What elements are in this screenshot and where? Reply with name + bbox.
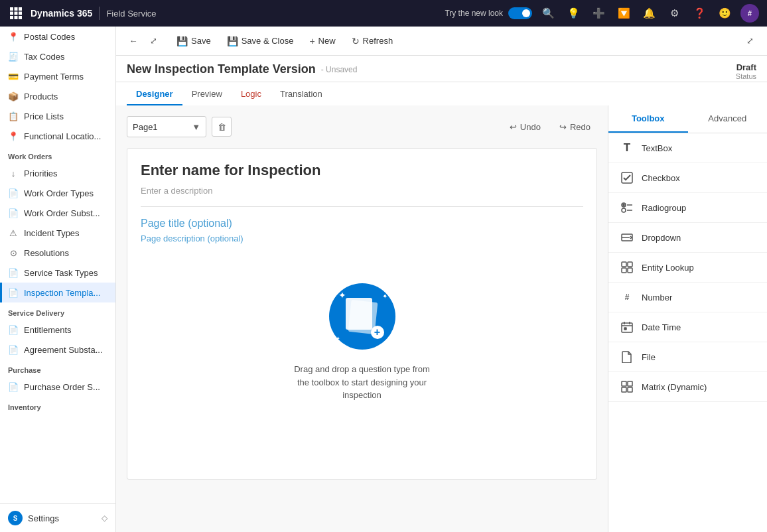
entitlements-icon: 📄: [8, 324, 19, 335]
help-icon[interactable]: ❓: [690, 4, 709, 23]
sidebar-footer: S Settings ◇: [0, 503, 115, 532]
sidebar-item-functional-location[interactable]: 📍 Functional Locatio...: [0, 126, 115, 146]
postal-codes-icon: 📍: [8, 31, 19, 42]
page-selector-arrow: ▼: [192, 122, 200, 132]
save-close-button[interactable]: 💾 Save & Close: [220, 32, 301, 50]
svg-rect-25: [624, 328, 626, 330]
svg-rect-0: [10, 7, 13, 11]
bell-icon[interactable]: 🔔: [640, 4, 658, 23]
sidebar-item-postal-codes[interactable]: 📍 Postal Codes: [0, 27, 115, 46]
back-button[interactable]: ←: [124, 32, 143, 50]
refresh-button[interactable]: ↻ Refresh: [344, 32, 401, 50]
toolbox-panel: Toolbox Advanced T TextBox Checkbox: [608, 105, 767, 532]
service-delivery-section: Service Delivery: [0, 302, 115, 320]
delete-page-button[interactable]: 🗑: [212, 117, 232, 137]
page-title-placeholder[interactable]: Page title (optional): [141, 218, 583, 230]
expand-button[interactable]: ⤢: [144, 32, 163, 50]
feedback-icon[interactable]: 🙂: [715, 4, 734, 23]
functional-location-icon: 📍: [8, 131, 19, 141]
lightbulb-icon[interactable]: 💡: [564, 4, 583, 23]
page-desc-placeholder[interactable]: Page description (optional): [141, 233, 583, 243]
fullscreen-button[interactable]: ⤢: [740, 32, 759, 50]
svg-rect-2: [19, 7, 22, 11]
sidebar-item-payment-terms[interactable]: 💳 Payment Terms: [0, 66, 115, 86]
designer-toolbar: Page1 ▼ 🗑 ↩ Undo ↪ Redo: [127, 116, 597, 137]
toolbox-item-radiogroup[interactable]: Radiogroup: [608, 193, 767, 223]
sidebar-item-service-task-types[interactable]: 📄 Service Task Types: [0, 263, 115, 283]
plus-icon[interactable]: ➕: [589, 4, 608, 23]
toolbox-item-checkbox[interactable]: Checkbox: [608, 163, 767, 193]
sidebar-item-priorities[interactable]: ↓ Priorities: [0, 163, 115, 183]
designer-tabs: Designer Preview Logic Translation: [116, 82, 767, 105]
sidebar-item-resolutions[interactable]: ⊙ Resolutions: [0, 243, 115, 263]
sidebar-item-tax-codes[interactable]: 🧾 Tax Codes: [0, 46, 115, 66]
new-look-toggle[interactable]: [508, 7, 532, 19]
toolbox-item-datetime[interactable]: Date Time: [608, 312, 767, 342]
save-close-icon: 💾: [227, 36, 238, 46]
sidebar-item-agreement-subst[interactable]: 📄 Agreement Substa...: [0, 340, 115, 360]
waffle-icon[interactable]: [8, 5, 24, 21]
status-value: Draft: [736, 62, 756, 72]
search-icon[interactable]: 🔍: [539, 4, 557, 23]
settings-icon[interactable]: ⚙: [665, 4, 683, 23]
svg-rect-8: [19, 16, 22, 19]
sidebar-item-incident-types[interactable]: ⚠ Incident Types: [0, 223, 115, 243]
toolbox-item-entity-lookup[interactable]: Entity Lookup: [608, 253, 767, 283]
sidebar-item-entitlements[interactable]: 📄 Entitlements: [0, 320, 115, 340]
settings-avatar: S: [8, 511, 23, 525]
inventory-section: Inventory: [0, 397, 115, 414]
sidebar-item-purchase-order-s[interactable]: 📄 Purchase Order S...: [0, 377, 115, 397]
tab-logic[interactable]: Logic: [232, 82, 271, 105]
svg-rect-20: [628, 268, 632, 273]
sidebar-item-price-lists[interactable]: 📋 Price Lists: [0, 106, 115, 126]
toolbox-item-textbox[interactable]: T TextBox: [608, 133, 767, 163]
purchase-section: Purchase: [0, 360, 115, 377]
redo-button[interactable]: ↪ Redo: [553, 119, 597, 135]
filter-icon[interactable]: 🔽: [614, 4, 633, 23]
settings-footer-item[interactable]: S Settings ◇: [0, 504, 115, 532]
svg-rect-4: [15, 12, 18, 15]
sidebar-item-work-order-subst[interactable]: 📄 Work Order Subst...: [0, 203, 115, 223]
undo-button[interactable]: ↩ Undo: [503, 119, 547, 135]
svg-rect-21: [622, 323, 632, 332]
toolbox-tabs: Toolbox Advanced: [608, 105, 767, 133]
designer-main: Page1 ▼ 🗑 ↩ Undo ↪ Redo: [116, 105, 608, 532]
work-order-subst-icon: 📄: [8, 208, 19, 218]
page-title: New Inspection Template Version: [127, 62, 316, 76]
toolbox-item-matrix[interactable]: Matrix (Dynamic): [608, 372, 767, 402]
nav-controls: ← ⤢: [124, 32, 163, 50]
tab-translation[interactable]: Translation: [271, 82, 332, 105]
redo-icon: ↪: [559, 122, 567, 132]
inspection-title[interactable]: Enter name for Inspection: [141, 162, 583, 179]
svg-rect-17: [622, 262, 626, 267]
tab-preview[interactable]: Preview: [182, 82, 232, 105]
purchase-order-icon: 📄: [8, 381, 19, 392]
page-selector[interactable]: Page1 ▼: [127, 116, 206, 137]
sidebar-item-work-order-types[interactable]: 📄 Work Order Types: [0, 183, 115, 203]
svg-point-11: [623, 204, 624, 206]
work-orders-section: Work Orders: [0, 146, 115, 163]
drop-icon: ✦ ✦ ✦ +: [329, 283, 395, 350]
sidebar-item-inspection-templates[interactable]: 📄 Inspection Templa...: [0, 283, 115, 302]
toolbox-item-number[interactable]: # Number: [608, 283, 767, 312]
incident-types-icon: ⚠: [8, 228, 19, 238]
svg-rect-27: [628, 381, 632, 386]
save-icon: 💾: [176, 36, 188, 46]
page-title-area: New Inspection Template Version - Unsave…: [127, 62, 357, 82]
save-button[interactable]: 💾 Save: [169, 32, 218, 50]
refresh-icon: ↻: [352, 36, 360, 46]
toolbox-tab-toolbox[interactable]: Toolbox: [608, 105, 688, 133]
inspection-desc[interactable]: Enter a description: [141, 186, 583, 207]
price-lists-icon: 📋: [8, 111, 19, 121]
new-button[interactable]: + New: [302, 32, 342, 50]
user-avatar[interactable]: #: [740, 4, 759, 23]
toolbox-item-file[interactable]: File: [608, 342, 767, 372]
brand-name: Dynamics 365: [31, 8, 92, 19]
toolbox-tab-advanced[interactable]: Advanced: [688, 105, 768, 133]
svg-rect-29: [628, 387, 632, 392]
datetime-icon: [619, 319, 635, 335]
sidebar-item-products[interactable]: 📦 Products: [0, 86, 115, 106]
tab-designer[interactable]: Designer: [127, 82, 182, 105]
page-header: New Inspection Template Version - Unsave…: [116, 56, 767, 82]
toolbox-item-dropdown[interactable]: Dropdown: [608, 223, 767, 253]
